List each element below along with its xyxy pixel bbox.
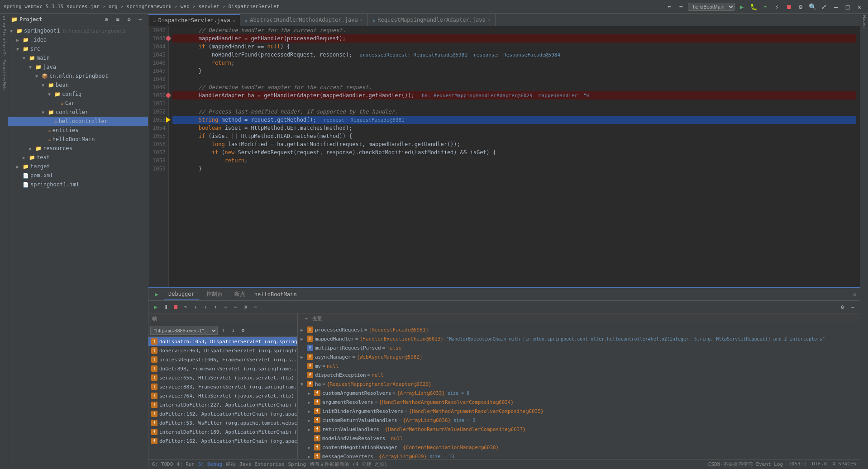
frame-up-icon[interactable]: ↑ — [219, 326, 228, 335]
step-over-icon[interactable]: ↷ — [181, 303, 190, 312]
tree-item-controller[interactable]: ▼📁controller — [8, 108, 148, 117]
force-step-into-icon[interactable]: ⇓ — [201, 303, 210, 312]
stop-status-btn[interactable]: 终端 — [226, 461, 236, 468]
run-btn[interactable]: 4: Run — [176, 461, 195, 467]
var-item-0[interactable]: ▶fprocessedRequest={RequestFacade@5981} — [298, 325, 860, 334]
favorites-btn[interactable]: 2: Favorites — [2, 52, 6, 81]
var-item-1[interactable]: ▶fmappedHandler={HandlerExecutionChain@6… — [298, 334, 860, 343]
resume-icon[interactable]: ▶ — [151, 303, 160, 312]
debug-status-btn[interactable]: 5: Debug — [198, 461, 222, 467]
run-config-select[interactable]: helloBootMain — [688, 3, 735, 11]
tree-item-Car[interactable]: ☕Car — [8, 99, 148, 108]
collapse-icon[interactable]: ≡ — [113, 14, 123, 24]
left-strip-1[interactable]: 1 — [2, 15, 5, 21]
var-item-11[interactable]: ▶freturnValueHandlers={HandlerMethodRetu… — [298, 425, 860, 434]
tree-item-.idea[interactable]: ▶📁.idea — [8, 35, 148, 44]
tree-item-bean[interactable]: ▼📁bean — [8, 81, 148, 90]
debug-tab-breakpoints[interactable]: 断点 — [230, 289, 250, 300]
tree-item-pom.xml[interactable]: 📄pom.xml — [8, 171, 148, 180]
thread-select[interactable]: "http-nio-8888-exec-1"... — [150, 327, 218, 335]
run-icon[interactable]: ▶ — [737, 2, 747, 12]
tree-item-test[interactable]: ▶📁test — [8, 153, 148, 162]
frame-item-5[interactable]: fservice:883, FrameworkServlet (org.spri… — [148, 382, 297, 391]
profile-icon[interactable]: ⚡ — [772, 2, 782, 12]
tree-item-resources[interactable]: ▶📁resources — [8, 144, 148, 153]
spring-btn[interactable]: Spring — [288, 461, 306, 467]
var-item-4[interactable]: fmv=null — [298, 361, 860, 370]
tab-0[interactable]: ☕DispatcherServlet.java✕ — [148, 14, 240, 26]
var-item-12[interactable]: fmodelAndViewResolvers=null — [298, 434, 860, 443]
debug-run-small-icon[interactable]: ▶ — [152, 290, 161, 299]
event-log-btn[interactable]: CSDN·不要排序学习 Event Log — [708, 461, 783, 468]
back-icon[interactable]: ⬅ — [664, 2, 674, 12]
frame-down-icon[interactable]: ↓ — [229, 326, 238, 335]
var-item-8[interactable]: ▶fargumentResolvers={HandlerMethodArgume… — [298, 398, 860, 407]
settings-icon[interactable]: ⚙ — [796, 2, 806, 12]
tree-item-entities[interactable]: ☕entities — [8, 126, 148, 135]
step-out-icon[interactable]: ↑ — [211, 303, 220, 312]
settings-icon2[interactable]: ⚙ — [124, 14, 134, 24]
tree-item-hellocontroller[interactable]: ☕hellocontroller — [8, 117, 148, 126]
search-icon[interactable]: 🔍 — [807, 2, 817, 12]
tree-item-helloBootMain[interactable]: ☕helloBootMain — [8, 135, 148, 144]
expand-icon[interactable]: ⤢ — [819, 2, 829, 12]
var-item-2[interactable]: fmultipartRequestParsed=false — [298, 343, 860, 352]
debug-tab-console[interactable]: 控制台 — [202, 289, 227, 300]
minimize-debug-icon[interactable]: — — [848, 303, 857, 312]
tab-1[interactable]: ☕AbstractHandlerMethodAdapter.java✕ — [240, 14, 368, 26]
var-item-6[interactable]: ▼fha={RequestMappingHandlerAdapter@6029} — [298, 379, 860, 388]
frame-item-2[interactable]: fprocessRequest:1006, FrameworkServlet (… — [148, 355, 297, 364]
tree-item-java[interactable]: ▼📁java — [8, 62, 148, 71]
tree-item-config[interactable]: ▼📁config — [8, 90, 148, 99]
frame-item-10[interactable]: finternalDoFilter:189, ApplicationFilter… — [148, 427, 297, 436]
var-item-10[interactable]: ▶fcustomReturnValueHandlers={ArrayList@6… — [298, 416, 860, 425]
maximize-icon[interactable]: □ — [843, 2, 853, 12]
left-strip-2[interactable]: 2 — [2, 22, 5, 28]
frame-item-0[interactable]: fdoDispatch:1053, DispatcherServlet (org… — [148, 337, 297, 346]
tree-item-src[interactable]: ▼📁src — [8, 44, 148, 53]
sync-icon[interactable]: ⚙ — [101, 14, 111, 24]
var-item-3[interactable]: ▶fasyncManager={WebAsyncManager@5982} — [298, 352, 860, 361]
settings-debug-icon[interactable]: ⚙ — [838, 303, 847, 312]
frame-item-3[interactable]: fdoGet:898, FrameworkServlet (org.spring… — [148, 364, 297, 373]
debug-run-icon[interactable]: 🐛 — [749, 2, 758, 12]
tree-item-springboot1.iml[interactable]: 📄springboot1.iml — [8, 180, 148, 189]
debug-tab-debugger[interactable]: Debugger — [164, 289, 199, 300]
tree-item-springboot1[interactable]: ▼📁springboot1D:\codes2\springboot1 — [8, 26, 148, 35]
frame-item-6[interactable]: fservice:764, HttpServlet (javax.servlet… — [148, 391, 297, 400]
structure-btn[interactable]: Structure — [2, 29, 6, 51]
debug-close-icon[interactable]: ✕ — [853, 291, 856, 298]
step-into-icon[interactable]: ↓ — [191, 303, 200, 312]
frame-item-4[interactable]: fservice:655, HttpServlet (javax.servlet… — [148, 373, 297, 382]
var-item-5[interactable]: fdispatchException=null — [298, 370, 860, 379]
web-btn[interactable]: Web — [2, 82, 6, 90]
frame-item-7[interactable]: finternalDoFilter:227, ApplicationFilter… — [148, 400, 297, 409]
pause-icon[interactable]: ⏸ — [161, 303, 170, 312]
stop-debug-icon[interactable]: ⏹ — [171, 303, 180, 312]
tab-2[interactable]: ☕RequestMappingHandlerAdapter.java✕ — [368, 14, 496, 26]
evaluate-icon[interactable]: ≡ — [231, 303, 240, 312]
tree-item-target[interactable]: ▶📁target — [8, 162, 148, 171]
maven-btn[interactable]: Maven — [862, 15, 867, 28]
var-item-14[interactable]: ▶fmessageConverters={ArrayList@6039}size… — [298, 452, 860, 459]
variables-toolbar-add[interactable]: ＋ — [301, 314, 310, 323]
frame-filter-icon[interactable]: ⚙ — [238, 326, 248, 335]
tree-item-main[interactable]: ▼📁main — [8, 53, 148, 62]
frame-item-11[interactable]: fdoFilter:162, ApplicationFilterChain (o… — [148, 436, 297, 445]
more-icon[interactable]: ⋯ — [251, 303, 260, 312]
code-editor[interactable]: 1042104310441045104610471048104910501051… — [148, 26, 860, 287]
stop-icon[interactable]: ⏹ — [784, 2, 794, 12]
trace-icon[interactable]: ⊞ — [241, 303, 250, 312]
minimize-icon[interactable]: — — [831, 2, 841, 12]
frame-item-1[interactable]: fdoService:963, DispatcherServlet (org.s… — [148, 346, 297, 355]
var-item-13[interactable]: ▶fcontentNegotiationManager={ContentNego… — [298, 443, 860, 452]
coverage-icon[interactable]: ☂ — [760, 2, 770, 12]
frame-item-9[interactable]: fdoFilter:53, WsFilter (org.apache.tomca… — [148, 418, 297, 427]
enterprise-btn[interactable]: Java Enterprise — [239, 461, 284, 467]
close-icon[interactable]: ✕ — [854, 2, 864, 12]
todo-btn[interactable]: 6: TODO — [152, 461, 173, 467]
run-to-cursor-icon[interactable]: ⇒ — [221, 303, 230, 312]
frame-item-8[interactable]: fdoFilter:162, ApplicationFilterChain (o… — [148, 409, 297, 418]
var-item-9[interactable]: ▶finitBinderArgumentResolvers={HandlerMe… — [298, 407, 860, 416]
var-item-7[interactable]: ▶fcustomArgumentResolvers={ArrayList@603… — [298, 388, 860, 398]
